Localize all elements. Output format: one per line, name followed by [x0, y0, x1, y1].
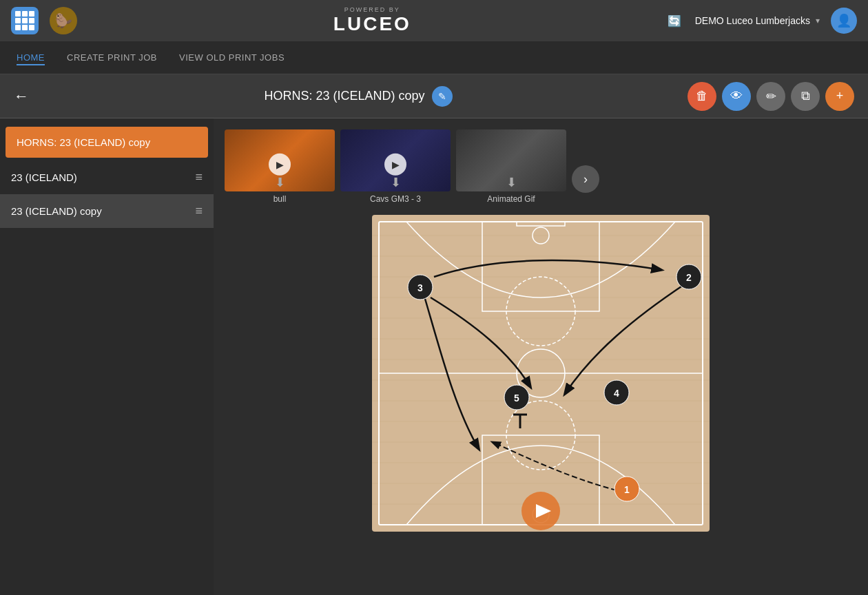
delete-button[interactable]: 🗑 — [688, 82, 716, 111]
edit-icon: ✏ — [766, 89, 776, 104]
sidebar-item-label: HORNS: 23 (ICELAND) copy — [17, 136, 150, 148]
edit-title-button[interactable]: ✎ — [432, 86, 453, 107]
luceo-brand-text: LUCEO — [333, 13, 411, 35]
svg-text:4: 4 — [614, 388, 619, 399]
secondary-nav: HOME CREATE PRINT JOB VIEW OLD PRINT JOB… — [0, 41, 868, 74]
plus-icon: + — [836, 89, 844, 103]
svg-text:2: 2 — [686, 272, 692, 283]
download-icon[interactable]: ⬇ — [391, 175, 401, 190]
user-avatar-button[interactable]: 👤 — [831, 8, 857, 34]
trash-icon: 🗑 — [696, 89, 708, 103]
powered-by-label: POWERED BY — [344, 6, 400, 13]
top-nav: 🦫 POWERED BY LUCEO 🔄 DEMO Luceo Lumberja… — [0, 0, 868, 41]
menu-icon: ≡ — [195, 170, 203, 185]
copy-icon: ⧉ — [801, 89, 810, 103]
avatar-icon: 👤 — [836, 13, 851, 28]
svg-text:5: 5 — [514, 393, 519, 404]
title-area: HORNS: 23 (ICELAND) copy ✎ — [264, 86, 452, 107]
download-icon[interactable]: ⬇ — [275, 175, 285, 190]
court-svg: 3 2 5 4 1 — [372, 215, 710, 532]
play-icon: ▶ — [384, 154, 406, 176]
video-thumb-bull[interactable]: ⬇ ▶ bull — [225, 129, 335, 204]
eye-icon: 👁 — [730, 89, 743, 103]
sidebar: HORNS: 23 (ICELAND) copy 23 (ICELAND) ≡ … — [0, 118, 214, 595]
nav-home[interactable]: HOME — [17, 50, 45, 65]
nav-view-old-print-jobs[interactable]: VIEW OLD PRINT JOBS — [179, 50, 285, 65]
sidebar-item-label: 23 (ICELAND) copy — [11, 205, 102, 217]
edit-button[interactable]: ✏ — [756, 82, 785, 111]
menu-icon: ≡ — [195, 204, 203, 218]
view-button[interactable]: 👁 — [722, 82, 751, 111]
team-logo: 🦫 — [50, 7, 77, 34]
sidebar-item-23-iceland-copy[interactable]: 23 (ICELAND) copy ≡ — [0, 194, 214, 228]
thumb-label-bull: bull — [225, 194, 335, 204]
main-layout: HORNS: 23 (ICELAND) copy 23 (ICELAND) ≡ … — [0, 118, 868, 595]
thumb-image-gif: ⬇ — [456, 129, 566, 191]
refresh-icon[interactable]: 🔄 — [668, 14, 681, 28]
play-icon: ▶ — [269, 154, 291, 176]
video-row: ⬇ ▶ bull ⬇ ▶ Cavs GM3 - 3 ⬇ Animated Gif… — [225, 129, 857, 204]
team-name-label: DEMO Luceo Lumberjacks — [695, 15, 810, 26]
action-buttons: 🗑 👁 ✏ ⧉ + — [688, 82, 854, 111]
content-area: ⬇ ▶ bull ⬇ ▶ Cavs GM3 - 3 ⬇ Animated Gif… — [214, 118, 868, 595]
video-thumb-cavs[interactable]: ⬇ ▶ Cavs GM3 - 3 — [340, 129, 451, 204]
team-selector[interactable]: DEMO Luceo Lumberjacks ▾ — [695, 15, 820, 26]
thumb-label-gif: Animated Gif — [456, 194, 566, 204]
back-button[interactable]: ← — [14, 87, 29, 105]
svg-text:3: 3 — [417, 282, 423, 293]
grid-menu-button[interactable] — [11, 7, 39, 34]
court-diagram: 3 2 5 4 1 — [372, 215, 710, 534]
thumb-label-cavs: Cavs GM3 - 3 — [340, 194, 451, 204]
chevron-right-icon: › — [583, 172, 588, 187]
pencil-icon: ✎ — [438, 91, 446, 102]
content-bar: ← HORNS: 23 (ICELAND) copy ✎ 🗑 👁 ✏ ⧉ + — [0, 74, 868, 118]
next-button[interactable]: › — [572, 165, 599, 193]
sidebar-item-label: 23 (ICELAND) — [11, 171, 77, 183]
download-icon[interactable]: ⬇ — [506, 175, 517, 190]
dropdown-chevron-icon: ▾ — [816, 16, 820, 25]
copy-button[interactable]: ⧉ — [791, 82, 820, 111]
page-title: HORNS: 23 (ICELAND) copy — [264, 89, 424, 103]
grid-icon — [15, 11, 34, 30]
luceo-logo: POWERED BY LUCEO — [88, 6, 657, 35]
sidebar-item-horns-copy[interactable]: HORNS: 23 (ICELAND) copy — [6, 127, 208, 158]
svg-text:1: 1 — [624, 484, 630, 495]
video-thumb-gif[interactable]: ⬇ Animated Gif — [456, 129, 566, 204]
add-button[interactable]: + — [825, 82, 854, 111]
nav-create-print-job[interactable]: CREATE PRINT JOB — [67, 50, 157, 65]
sidebar-item-23-iceland[interactable]: 23 (ICELAND) ≡ — [0, 160, 214, 194]
